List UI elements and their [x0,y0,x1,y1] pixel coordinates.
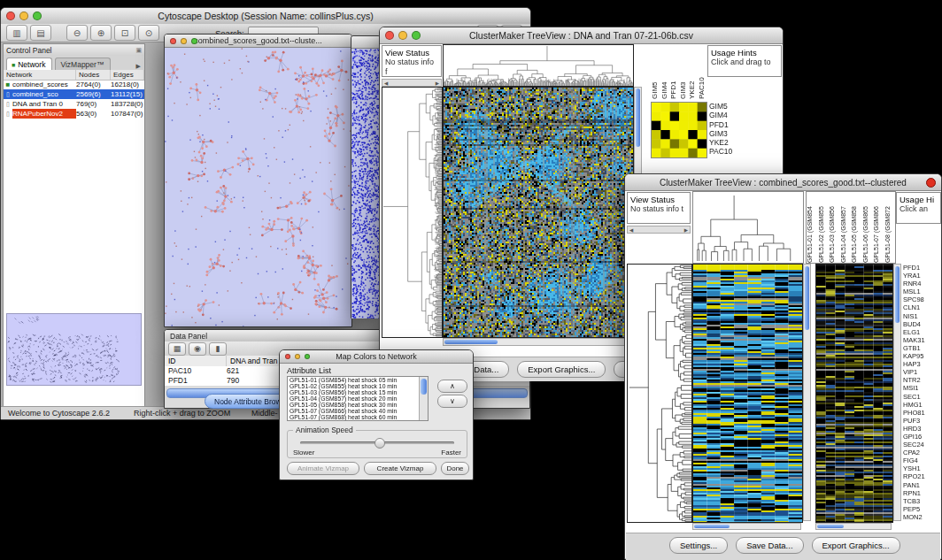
network-column-header[interactable]: Edges [111,70,144,80]
scroll-left-icon[interactable]: ◀ [629,227,633,233]
move-down-button[interactable]: ∨ [437,395,467,408]
gene-label[interactable]: HMG1 [903,401,942,409]
attribute-list-scrollbar[interactable] [419,377,428,420]
zoom-button[interactable] [191,38,197,44]
gene-label[interactable]: BUD4 [903,320,942,328]
gene-label[interactable]: SEC1 [903,393,942,401]
mini-scrollbar[interactable]: ◀ ▶ [627,226,691,234]
attribute-item[interactable]: GPL51-01 (GSM854) heat shock 05 min [288,377,428,383]
treeview-button[interactable]: Save Data... [736,537,803,554]
heatmap-canvas[interactable] [443,87,634,338]
row-label[interactable]: GIM5 [709,102,745,111]
network-canvas[interactable] [165,48,351,326]
column-label[interactable]: GPL51-06 (GSM865 [862,192,874,263]
more-tabs-icon[interactable]: ▶ [136,63,141,70]
close-button[interactable] [285,354,290,359]
scroll-right-icon[interactable]: ▶ [684,227,688,233]
gene-label[interactable]: YRA1 [903,272,942,280]
gene-label[interactable]: SPC98 [903,295,942,303]
pin-icon[interactable]: ◉ [189,342,206,356]
network-column-header[interactable]: Network [4,70,76,80]
close-button[interactable] [926,178,936,188]
row-label[interactable]: YKE2 [709,138,745,147]
scroll-thumb[interactable] [694,525,730,528]
zoom-fit-icon[interactable]: ⊡ [114,25,135,41]
tab-vizmapper[interactable]: VizMapper™ [55,58,111,70]
gene-label[interactable]: GTB1 [903,344,942,352]
database-icon[interactable]: ▮ [209,342,227,356]
network-row[interactable]: ▯ RNAPuberNov2 563(0) 107847(0) [4,109,144,119]
close-button[interactable] [170,38,176,44]
row-label[interactable]: PFD1 [709,120,745,129]
gene-label[interactable]: HRD3 [903,425,942,433]
heatmap-horizontal-scrollbar[interactable] [443,338,632,346]
column-dendrogram-canvas[interactable] [443,44,634,87]
data-column-header[interactable]: ID [165,356,227,366]
done-button[interactable]: Done [441,462,469,475]
mini-scrollbar[interactable]: ◀ ▶ [382,79,442,87]
gene-label[interactable]: HAP3 [903,360,942,368]
gene-label[interactable]: KAP95 [903,352,942,360]
scroll-right-icon[interactable]: ▶ [436,81,439,86]
gene-label[interactable]: PEP5 [903,505,942,513]
dense-network-canvas[interactable] [351,49,380,318]
gene-label[interactable]: PAN1 [903,481,942,489]
scroll-thumb[interactable] [805,266,809,330]
column-label[interactable]: PFD1 [669,44,679,99]
zoom-button[interactable] [33,12,42,20]
column-label[interactable]: GIM5 [651,44,660,99]
minimize-button[interactable] [398,31,407,40]
row-label[interactable]: PAC10 [709,147,745,156]
save-session-icon[interactable]: ▤ [30,25,51,41]
column-label[interactable]: GIM3 [679,44,689,99]
network-row[interactable]: ▯ DNA and Tran 0 769(0) 183728(0) [4,99,144,109]
scroll-thumb[interactable] [421,379,427,395]
zoom-button[interactable] [305,354,310,359]
gene-label[interactable]: RNR4 [903,280,942,288]
gene-label[interactable]: SEC24 [903,441,942,449]
attribute-item[interactable]: GPL51-04 (GSM857) heat shock 20 min [288,395,428,402]
gene-label[interactable]: MSI1 [903,384,942,392]
animate-vizmap-button[interactable]: Animate Vizmap [287,462,359,475]
gene-label[interactable]: PFD1 [903,264,942,272]
column-label[interactable]: GPL51-05 (GSM858 [851,192,862,263]
gene-label[interactable]: NTR2 [903,376,942,384]
move-up-button[interactable]: ∧ [437,380,467,393]
column-label[interactable]: GPL51-02 (GSM855 [818,192,830,263]
column-label[interactable]: YKE2 [688,44,698,99]
row-label[interactable]: GIM4 [709,111,745,119]
scroll-left-icon[interactable]: ◀ [384,81,388,86]
tab-network[interactable]: ■ Network [6,58,52,70]
minimize-button[interactable] [295,354,300,359]
gene-label[interactable]: GPI16 [903,433,942,441]
network-overview-canvas[interactable] [6,313,142,386]
row-dendrogram-canvas[interactable] [382,87,443,338]
gene-label[interactable]: RPN1 [903,489,942,497]
treeview-button[interactable]: Settings... [669,537,728,554]
zoom-button[interactable] [412,31,421,40]
column-label[interactable]: GPL51-04 (GSM857 [840,192,852,263]
column-label[interactable]: GPL51-01 (GSM854 [807,192,818,263]
attribute-item[interactable]: GPL51-05 (GSM858) heat shock 30 min [288,402,428,408]
gene-label[interactable]: MSL1 [903,288,942,295]
row-label[interactable]: GIM3 [709,129,745,138]
minimize-button[interactable] [181,38,187,44]
zoom-in-icon[interactable]: ⊕ [90,25,112,41]
zoom-selected-icon[interactable]: ⊙ [138,25,159,41]
dense-network-titlebar[interactable] [351,36,380,49]
float-panel-icon[interactable]: ▣ [135,47,142,54]
column-label[interactable]: GPL51-08 (GSM872 [884,192,896,263]
attribute-item[interactable]: GPL51-03 (GSM856) heat shock 15 min [288,389,428,395]
heatmap-vertical-scrollbar[interactable] [803,264,811,521]
gene-label[interactable]: TCB3 [903,497,942,505]
attribute-item[interactable]: GPL51-07 (GSM866) heat shock 40 min [288,408,428,414]
network-view-titlebar[interactable]: combined_scores_good.txt--cluste... [165,35,351,48]
scroll-thumb[interactable] [636,88,640,147]
column-label[interactable]: PAC10 [698,44,707,99]
gene-label[interactable]: VIP1 [903,368,942,376]
open-session-icon[interactable]: ▥ [6,25,27,41]
gene-label[interactable]: CLN1 [903,303,942,311]
gene-label[interactable]: CPA2 [903,449,942,456]
gene-label[interactable]: PHO81 [903,409,942,417]
column-label[interactable]: GPL51-03 (GSM856 [829,192,840,263]
